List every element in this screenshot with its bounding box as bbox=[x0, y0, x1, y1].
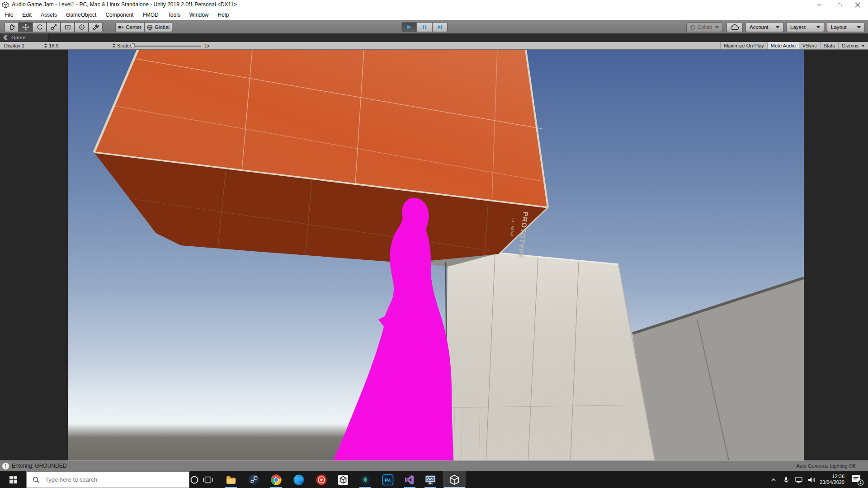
start-button[interactable] bbox=[0, 471, 26, 488]
stats-button[interactable]: Stats bbox=[820, 42, 838, 49]
rect-tool-button[interactable] bbox=[61, 22, 75, 32]
collab-label: Collab bbox=[698, 24, 712, 30]
hand-tool-button[interactable] bbox=[5, 22, 19, 32]
scale-icon bbox=[50, 23, 57, 31]
tray-microphone[interactable] bbox=[780, 471, 792, 488]
collab-caret bbox=[715, 26, 719, 28]
play-icon bbox=[406, 24, 412, 30]
move-tool-button[interactable] bbox=[19, 22, 33, 32]
scale-slider-track[interactable] bbox=[134, 46, 201, 47]
pause-icon bbox=[421, 24, 428, 30]
tray-network[interactable] bbox=[793, 471, 805, 488]
game-view-toolbar: Display 1 16:9 Scale 1x Maximize On Play… bbox=[0, 42, 868, 50]
unity-editor-button[interactable] bbox=[443, 471, 466, 488]
stats-label: Stats bbox=[824, 43, 835, 48]
youtube-music-button[interactable] bbox=[311, 471, 331, 488]
steam-button[interactable] bbox=[244, 471, 264, 488]
pivot-center-button[interactable]: Center bbox=[115, 22, 144, 32]
layers-dropdown[interactable]: Layers bbox=[786, 22, 824, 32]
chrome-button[interactable] bbox=[266, 471, 286, 488]
layout-caret bbox=[857, 26, 861, 28]
visual-studio-icon bbox=[404, 474, 415, 486]
gizmos-caret bbox=[861, 45, 865, 47]
action-center-button[interactable]: 1 bbox=[848, 471, 866, 488]
status-message: Entering: GROUNDED bbox=[12, 463, 66, 469]
maximize-on-play-button[interactable]: Maximize On Play bbox=[720, 42, 767, 49]
game-tab-label: Game bbox=[11, 35, 25, 40]
custom-tool-button[interactable] bbox=[89, 22, 103, 32]
task-view-button[interactable] bbox=[198, 471, 218, 488]
youtube-music-icon bbox=[316, 474, 327, 486]
step-button[interactable] bbox=[432, 22, 448, 32]
edge-button[interactable] bbox=[289, 471, 309, 488]
status-bar[interactable]: ! Entering: GROUNDED Auto Generate Light… bbox=[0, 460, 868, 471]
collab-check-icon bbox=[690, 24, 696, 30]
gizmos-label: Gizmos bbox=[842, 43, 859, 48]
cloud-button[interactable] bbox=[726, 22, 743, 32]
file-explorer-icon bbox=[225, 474, 237, 486]
updown-arrows-icon bbox=[112, 43, 116, 48]
layout-dropdown[interactable]: Layout bbox=[827, 22, 865, 32]
aspect-ratio-dropdown[interactable]: 16:9 bbox=[46, 42, 119, 49]
menu-window[interactable]: Window bbox=[185, 12, 213, 18]
mute-audio-button[interactable]: Mute Audio bbox=[767, 42, 799, 49]
photoshop-icon: Ps bbox=[382, 474, 394, 486]
game-viewport-area: PROTOTYPE 1 x 1 METER bbox=[0, 50, 868, 460]
tray-date: 23/04/2020 bbox=[815, 479, 844, 485]
menu-tools[interactable]: Tools bbox=[163, 12, 185, 18]
tray-time: 12:36 bbox=[815, 474, 844, 479]
menu-fmod[interactable]: FMOD bbox=[138, 12, 163, 18]
vsync-label: VSync bbox=[802, 43, 817, 48]
menu-edit[interactable]: Edit bbox=[18, 12, 36, 18]
collab-button[interactable]: Collab bbox=[686, 22, 722, 32]
layout-label: Layout bbox=[831, 24, 847, 30]
tray-clock[interactable]: 12:36 23/04/2020 bbox=[815, 474, 844, 485]
scale-tool-button[interactable] bbox=[47, 22, 61, 32]
menu-bar: File Edit Assets GameObject Component FM… bbox=[0, 10, 868, 20]
orientation-global-button[interactable]: Global bbox=[144, 22, 172, 32]
gizmos-dropdown[interactable]: Gizmos bbox=[838, 42, 868, 49]
menu-file[interactable]: File bbox=[0, 12, 18, 18]
search-input[interactable] bbox=[44, 476, 177, 483]
game-viewport-scene[interactable]: PROTOTYPE 1 x 1 METER bbox=[68, 50, 804, 460]
vsync-button[interactable]: VSync bbox=[799, 42, 820, 49]
notification-badge: 1 bbox=[859, 480, 862, 485]
taskbar-search[interactable] bbox=[26, 471, 189, 488]
visual-studio-button[interactable] bbox=[400, 471, 420, 488]
layers-caret bbox=[816, 26, 820, 28]
photoshop-button[interactable]: Ps bbox=[378, 471, 398, 488]
fmod-studio-button[interactable] bbox=[420, 471, 440, 488]
pause-button[interactable] bbox=[417, 22, 432, 32]
file-explorer-button[interactable] bbox=[221, 471, 241, 488]
cortana-icon bbox=[190, 475, 199, 484]
gitkraken-button[interactable] bbox=[355, 471, 375, 488]
close-button[interactable] bbox=[847, 0, 868, 10]
steam-icon bbox=[248, 474, 259, 486]
view-tab-row: Game bbox=[0, 33, 868, 42]
scale-slider-label: Scale bbox=[117, 43, 130, 48]
transform-tool-button[interactable] bbox=[75, 22, 89, 32]
menu-help[interactable]: Help bbox=[213, 12, 233, 18]
chrome-icon bbox=[270, 474, 282, 486]
account-dropdown[interactable]: Account bbox=[745, 22, 783, 32]
account-caret bbox=[776, 26, 779, 28]
unity-hub-button[interactable] bbox=[333, 471, 353, 488]
game-view-tab[interactable]: Game bbox=[0, 33, 49, 42]
maximize-on-play-label: Maximize On Play bbox=[724, 43, 764, 48]
minimize-button[interactable] bbox=[809, 0, 830, 10]
play-button[interactable] bbox=[401, 22, 417, 32]
menu-component[interactable]: Component bbox=[101, 12, 138, 18]
auto-generate-lighting-toggle[interactable]: Auto Generate Lighting Off bbox=[796, 463, 855, 469]
rotate-tool-button[interactable] bbox=[33, 22, 47, 32]
menu-assets[interactable]: Assets bbox=[36, 12, 61, 18]
unity-editor-icon bbox=[448, 474, 461, 486]
window-titlebar: Audio Game Jam - Level1 - PC, Mac & Linu… bbox=[0, 0, 868, 10]
rect-icon bbox=[64, 23, 71, 31]
menu-gameobject[interactable]: GameObject bbox=[61, 12, 101, 18]
display-dropdown-label: Display 1 bbox=[4, 43, 24, 48]
account-label: Account bbox=[750, 24, 769, 30]
tray-expand-button[interactable] bbox=[768, 471, 779, 488]
step-icon bbox=[437, 24, 443, 30]
display-dropdown[interactable]: Display 1 bbox=[1, 42, 51, 49]
cloud-icon bbox=[731, 24, 739, 30]
